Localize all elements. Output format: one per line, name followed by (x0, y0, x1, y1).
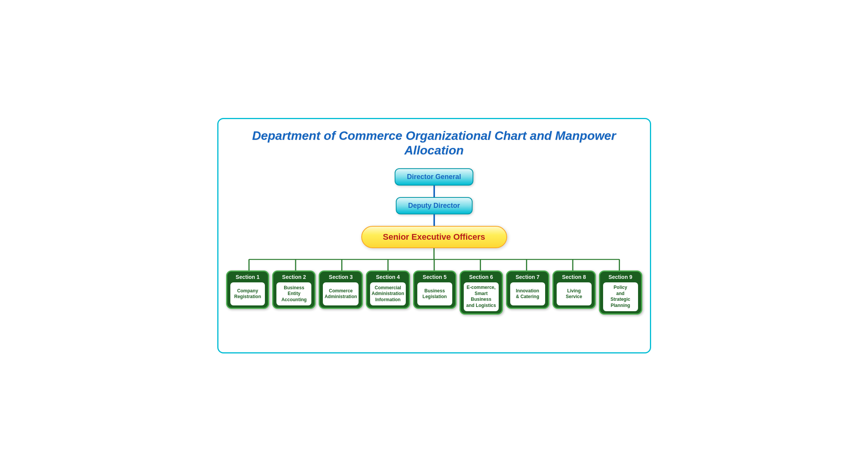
branch-area (226, 259, 642, 270)
section-col-2: Section 2 BusinessEntityAccounting (272, 270, 316, 309)
section-col-4: Section 4 CommercialAdministrationInform… (366, 270, 410, 309)
org-tree: Director General Deputy Director Senior … (226, 168, 642, 314)
section-7-body: Innovation& Catering (510, 282, 545, 305)
section-3-body: CommerceAdministration (323, 282, 359, 305)
director-general-node: Director General (395, 168, 473, 186)
section-9-body: PolicyandStrategicPlanning (603, 282, 638, 311)
section-col-5: Section 5 BusinessLegislation (413, 270, 456, 309)
section-1-header: Section 1 (230, 274, 265, 280)
section-5-header: Section 5 (417, 274, 452, 280)
section-col-7: Section 7 Innovation& Catering (506, 270, 549, 309)
section-6-body: E-commerce,SmartBusinessand Logistics (464, 282, 499, 311)
section-9-header: Section 9 (603, 274, 638, 280)
connector-seo-sections (433, 248, 435, 259)
section-1-body: CompanyRegistration (230, 282, 265, 305)
section-4-header: Section 4 (370, 274, 406, 280)
section-6-header: Section 6 (464, 274, 499, 280)
section-col-3: Section 3 CommerceAdministration (319, 270, 363, 309)
chart-container: Department of Commerce Organizational Ch… (217, 118, 651, 353)
section-9-box: Section 9 PolicyandStrategicPlanning (599, 270, 642, 314)
connector-dg-dd (433, 186, 435, 197)
section-4-box: Section 4 CommercialAdministrationInform… (366, 270, 410, 309)
section-4-body: CommercialAdministrationInformation (370, 282, 406, 305)
sections-row: Section 1 CompanyRegistration Section 2 … (226, 270, 642, 314)
section-7-box: Section 7 Innovation& Catering (506, 270, 549, 309)
section-col-6: Section 6 E-commerce,SmartBusinessand Lo… (460, 270, 503, 314)
connector-dd-seo (433, 214, 435, 226)
senior-exec-node: Senior Executive Officers (361, 226, 507, 248)
section-3-box: Section 3 CommerceAdministration (319, 270, 363, 309)
section-2-box: Section 2 BusinessEntityAccounting (272, 270, 316, 309)
section-1-box: Section 1 CompanyRegistration (226, 270, 269, 309)
section-col-1: Section 1 CompanyRegistration (226, 270, 269, 309)
section-3-header: Section 3 (323, 274, 359, 280)
section-5-box: Section 5 BusinessLegislation (413, 270, 456, 309)
page-title: Department of Commerce Organizational Ch… (226, 128, 642, 158)
section-5-body: BusinessLegislation (417, 282, 452, 305)
section-8-header: Section 8 (557, 274, 592, 280)
section-col-9: Section 9 PolicyandStrategicPlanning (599, 270, 642, 314)
section-6-box: Section 6 E-commerce,SmartBusinessand Lo… (460, 270, 503, 314)
branch-lines-svg (226, 259, 642, 270)
section-8-box: Section 8 LivingService (552, 270, 596, 309)
section-8-body: LivingService (557, 282, 592, 305)
section-col-8: Section 8 LivingService (552, 270, 596, 309)
section-2-body: BusinessEntityAccounting (276, 282, 311, 305)
section-2-header: Section 2 (276, 274, 311, 280)
deputy-director-node: Deputy Director (396, 197, 473, 214)
section-7-header: Section 7 (510, 274, 545, 280)
